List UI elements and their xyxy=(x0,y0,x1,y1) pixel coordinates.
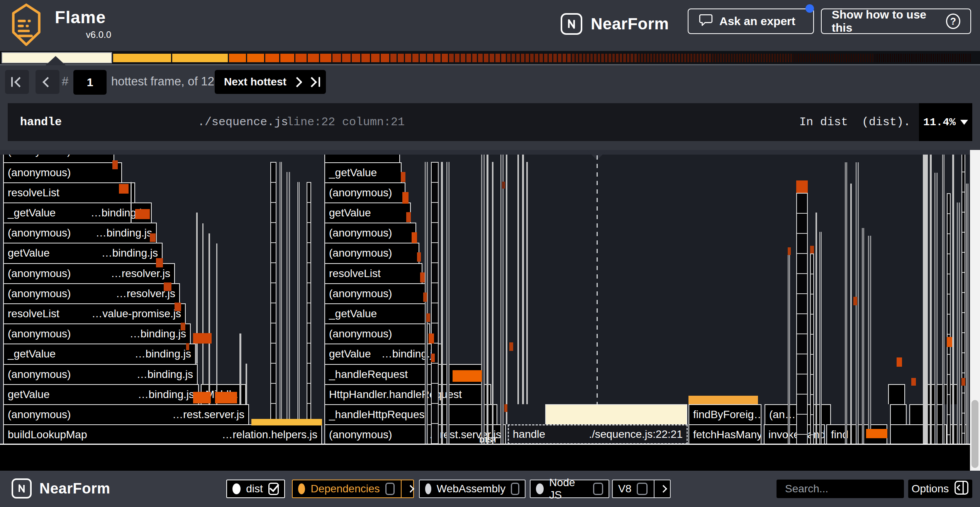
minimap-segment[interactable] xyxy=(583,54,586,62)
minimap-segment[interactable] xyxy=(660,54,661,62)
dependencies-checkbox[interactable] xyxy=(385,483,395,495)
minimap-segment[interactable] xyxy=(782,54,784,62)
minimap-segment[interactable] xyxy=(693,54,695,62)
next-hottest-button[interactable]: Next hottest xyxy=(215,70,310,94)
flame-frame[interactable]: handle./sequence.js:22:21 xyxy=(508,424,688,444)
minimap-segment[interactable] xyxy=(924,54,926,62)
minimap-segment[interactable] xyxy=(819,54,821,62)
minimap-segment[interactable] xyxy=(731,54,732,62)
minimap-segment[interactable] xyxy=(829,54,830,62)
dependencies-expand[interactable] xyxy=(401,480,413,497)
flame-frame[interactable]: (anonymous) xyxy=(3,162,122,182)
v8-checkbox[interactable] xyxy=(637,483,648,495)
last-frame-button[interactable] xyxy=(302,70,326,94)
flame-tower[interactable] xyxy=(850,184,852,444)
minimap-segment[interactable] xyxy=(805,54,806,62)
flame-tower[interactable] xyxy=(819,232,822,444)
minimap-segment[interactable] xyxy=(736,54,738,62)
flame-tower[interactable] xyxy=(492,162,493,444)
minimap-segment[interactable] xyxy=(955,54,956,62)
minimap-segment[interactable] xyxy=(587,54,589,62)
flame-tower[interactable] xyxy=(446,162,449,444)
minimap-segment[interactable] xyxy=(616,54,619,62)
minimap-segment[interactable] xyxy=(521,54,524,62)
flame-tower[interactable] xyxy=(868,236,871,429)
minimap-segment[interactable] xyxy=(675,54,677,62)
flame-tower[interactable] xyxy=(526,162,528,404)
minimap-segment[interactable] xyxy=(817,54,818,62)
minimap-segment[interactable] xyxy=(663,54,665,62)
minimap-segment[interactable] xyxy=(894,54,895,62)
percentage-dropdown[interactable]: 11.4% xyxy=(919,103,972,141)
minimap-segment[interactable] xyxy=(788,54,789,62)
ask-expert-button[interactable]: Ask an expert xyxy=(688,9,814,34)
minimap-segment[interactable] xyxy=(558,54,561,62)
flame-tower[interactable] xyxy=(216,243,217,404)
minimap-segment[interactable] xyxy=(398,54,404,62)
flame-frame[interactable]: buildLookupMap…relation.helpers.js xyxy=(3,424,322,444)
flame-frame[interactable] xyxy=(890,424,947,444)
minimap-segment[interactable] xyxy=(526,54,529,62)
minimap-segment[interactable] xyxy=(717,54,719,62)
flame-tower[interactable] xyxy=(202,223,203,385)
minimap-segment[interactable] xyxy=(914,54,915,62)
filter-v8[interactable]: V8 xyxy=(612,480,671,498)
minimap-segment[interactable] xyxy=(875,54,876,62)
minimap-segment[interactable] xyxy=(647,54,649,62)
minimap-segment[interactable] xyxy=(371,54,380,62)
minimap-segment[interactable] xyxy=(750,54,751,62)
minimap-segment[interactable] xyxy=(834,54,835,62)
flame-frame[interactable]: _getValue xyxy=(324,303,428,323)
minimap-segment[interactable] xyxy=(755,54,757,62)
flame-tower[interactable] xyxy=(481,152,485,444)
minimap-segment[interactable] xyxy=(512,54,515,62)
minimap-segment[interactable] xyxy=(863,54,864,62)
minimap-segment[interactable] xyxy=(918,54,919,62)
minimap-segment[interactable] xyxy=(877,54,878,62)
minimap-segment[interactable] xyxy=(766,54,768,62)
flame-frame[interactable]: (anonymous) xyxy=(324,243,419,263)
flame-frame[interactable]: (anonymous) xyxy=(324,223,416,243)
previous-frame-button[interactable] xyxy=(36,70,59,94)
minimap-segment[interactable] xyxy=(851,54,852,62)
minimap-segment[interactable] xyxy=(944,54,945,62)
flame-frame[interactable]: (anonymous)…binding.js xyxy=(3,323,191,344)
minimap-segment[interactable] xyxy=(412,54,419,62)
flame-tower[interactable] xyxy=(930,151,932,444)
minimap-segment[interactable] xyxy=(641,54,643,62)
minimap-segment[interactable] xyxy=(703,54,705,62)
minimap-segment[interactable] xyxy=(420,54,426,62)
minimap-segment[interactable] xyxy=(739,54,741,62)
flame-tower[interactable] xyxy=(942,151,944,444)
flame-tower[interactable] xyxy=(270,162,276,421)
minimap-segment[interactable] xyxy=(841,54,842,62)
minimap-segment[interactable] xyxy=(576,54,578,62)
flame-frame[interactable]: _getValue…binding.js xyxy=(3,344,196,364)
flame-tower[interactable] xyxy=(796,193,808,444)
minimap-segment[interactable] xyxy=(744,54,746,62)
minimap-segment[interactable] xyxy=(572,54,575,62)
minimap-segment[interactable] xyxy=(812,54,814,62)
minimap-segment[interactable] xyxy=(860,54,861,62)
webassembly-checkbox[interactable] xyxy=(511,483,519,495)
flame-frame[interactable]: (anonymous)…binding.js xyxy=(3,223,157,243)
minimap-segment[interactable] xyxy=(644,54,646,62)
options-button[interactable]: Options xyxy=(908,480,972,498)
minimap-segment[interactable] xyxy=(700,54,702,62)
filter-dependencies[interactable]: Dependencies xyxy=(292,480,414,498)
minimap-segment[interactable] xyxy=(769,54,770,62)
flame-frame[interactable]: getValue xyxy=(324,202,411,223)
nodejs-checkbox[interactable] xyxy=(593,483,603,495)
minimap-segment[interactable] xyxy=(774,54,776,62)
minimap-segment[interactable] xyxy=(836,54,838,62)
flame-frame[interactable]: fetchHasMany… xyxy=(688,424,761,444)
flame-frame[interactable]: resolveList xyxy=(3,182,135,202)
minimap-segment[interactable] xyxy=(968,54,969,62)
minimap-segment[interactable] xyxy=(795,54,797,62)
flame-tower[interactable] xyxy=(441,162,443,444)
flame-frame[interactable] xyxy=(888,384,905,404)
minimap-segment[interactable] xyxy=(495,54,500,62)
flame-graph[interactable]: (anonymous)(anonymous)resolveList_getVal… xyxy=(0,150,980,471)
flame-frame[interactable]: HttpHandler.handleRequest xyxy=(324,384,491,404)
minimap-segment[interactable] xyxy=(612,54,615,62)
